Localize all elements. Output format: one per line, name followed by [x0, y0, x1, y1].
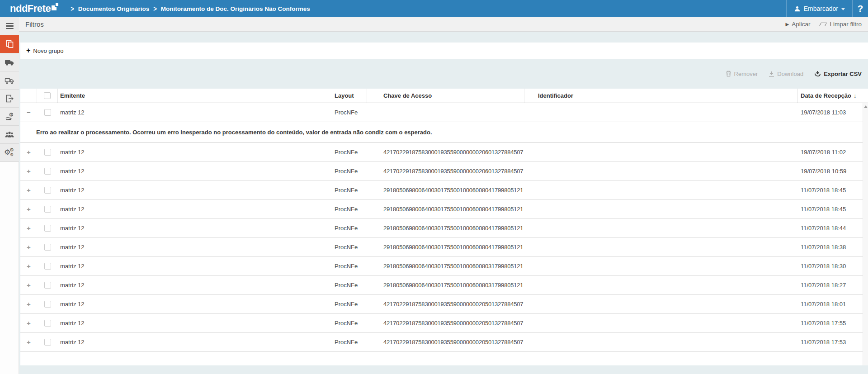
- table-row[interactable]: + matriz 12 ProcNFe 29180506980064003017…: [20, 219, 868, 238]
- cell-data-recepcao: 11/07/2018 18:44: [798, 219, 863, 237]
- row-expander-icon[interactable]: +: [25, 281, 33, 289]
- row-checkbox[interactable]: [44, 109, 51, 116]
- cell-chave-de-acesso: 2918050698006400301755001000600804179980…: [367, 181, 524, 199]
- table-row[interactable]: + matriz 12 ProcNFe 29180506980064003017…: [20, 276, 868, 295]
- sidebar-item-settings[interactable]: ⚙⚙⚙: [0, 144, 19, 162]
- table-row[interactable]: + matriz 12 ProcNFe 42170229187583000193…: [20, 143, 868, 162]
- row-checkbox[interactable]: [44, 206, 51, 213]
- table-row[interactable]: + matriz 12 ProcNFe 29180506980064003017…: [20, 200, 868, 219]
- sidebar-item-documents[interactable]: [0, 35, 19, 53]
- row-expander-icon[interactable]: +: [25, 148, 33, 156]
- clear-filter-button[interactable]: Limpar filtro: [820, 21, 862, 28]
- row-checkbox[interactable]: [44, 225, 51, 232]
- row-expander-icon[interactable]: +: [25, 300, 33, 308]
- sidebar-item-document-export[interactable]: [0, 90, 19, 108]
- row-checkbox[interactable]: [44, 187, 51, 194]
- export-csv-icon: [814, 71, 821, 77]
- table-row[interactable]: + matriz 12 ProcNFe 42170229187583000193…: [20, 314, 868, 333]
- cell-data-recepcao: 11/07/2018 18:01: [798, 295, 863, 313]
- cell-data-recepcao: 11/07/2018 18:45: [798, 181, 863, 199]
- cell-emitente: matriz 12: [58, 103, 332, 122]
- table-row[interactable]: + matriz 12 ProcNFe 29180506980064003017…: [20, 238, 868, 257]
- app-logo[interactable]: nddFrete: [10, 3, 59, 14]
- question-mark-icon: ?: [858, 3, 863, 14]
- cell-identificador: [524, 143, 798, 161]
- help-button[interactable]: ?: [853, 0, 868, 17]
- table-row[interactable]: + matriz 12 ProcNFe 42170229187583000193…: [20, 295, 868, 314]
- cell-emitente: matriz 12: [58, 295, 332, 313]
- sidebar-item-delivery-truck[interactable]: [0, 71, 19, 90]
- cell-identificador: [524, 295, 798, 313]
- cell-data-recepcao: 11/07/2018 18:38: [798, 238, 863, 256]
- row-expander-icon[interactable]: +: [25, 186, 33, 194]
- apply-filter-button[interactable]: ▶ Aplicar: [786, 21, 811, 28]
- scroll-up-icon[interactable]: [864, 105, 868, 108]
- table-body: − matriz 12 ProcNFe 19/07/2018 11:03 Err…: [20, 103, 868, 365]
- cell-data-recepcao: 11/07/2018 17:53: [798, 333, 863, 351]
- sidebar-item-users[interactable]: [0, 126, 19, 144]
- row-checkbox[interactable]: [44, 339, 51, 346]
- table-row[interactable]: − matriz 12 ProcNFe 19/07/2018 11:03: [20, 103, 868, 122]
- sidebar-item-payment[interactable]: $: [0, 108, 19, 126]
- table-row[interactable]: + matriz 12 ProcNFe 29180506980064003017…: [20, 181, 868, 200]
- row-expander-icon[interactable]: −: [25, 109, 33, 116]
- table-scrollbar[interactable]: [863, 103, 868, 365]
- cell-identificador: [524, 276, 798, 294]
- person-icon: [794, 5, 801, 12]
- row-expander-icon[interactable]: +: [25, 319, 33, 327]
- select-all-checkbox[interactable]: [44, 92, 51, 99]
- cell-layout: ProcNFe: [332, 103, 367, 122]
- gears-icon: ⚙⚙⚙: [5, 148, 14, 158]
- cell-identificador: [524, 238, 798, 256]
- cell-emitente: matriz 12: [58, 333, 332, 351]
- row-expander-icon[interactable]: +: [25, 205, 33, 213]
- row-checkbox[interactable]: [44, 244, 51, 251]
- table-row[interactable]: + matriz 12 ProcNFe 42170229187583000193…: [20, 162, 868, 181]
- user-menu-button[interactable]: Embarcador: [787, 0, 852, 17]
- header-identificador[interactable]: Identificador: [524, 89, 798, 103]
- row-checkbox[interactable]: [44, 168, 51, 175]
- table-row[interactable]: + matriz 12 ProcNFe 42170229187583000193…: [20, 333, 868, 352]
- remove-button[interactable]: Remover: [726, 71, 758, 77]
- cell-identificador: [524, 181, 798, 199]
- row-expander-icon[interactable]: +: [25, 243, 33, 251]
- row-expander-icon[interactable]: +: [25, 338, 33, 346]
- row-checkbox[interactable]: [44, 149, 51, 156]
- cell-layout: ProcNFe: [332, 276, 367, 294]
- cell-chave-de-acesso: [367, 103, 524, 122]
- download-icon: [769, 71, 774, 77]
- cell-data-recepcao: 19/07/2018 11:02: [798, 143, 863, 161]
- export-csv-button[interactable]: Exportar CSV: [814, 71, 862, 77]
- sidebar-menu-toggle[interactable]: [0, 17, 19, 35]
- header-data-recepcao[interactable]: Data de Recepção ↓: [798, 89, 863, 103]
- table-row[interactable]: + matriz 12 ProcNFe 29180506980064003017…: [20, 257, 868, 276]
- main-content: Filtros ▶ Aplicar Limpar filtro + Novo g…: [19, 17, 868, 374]
- cell-chave-de-acesso: 2918050698006400301755001000600804179980…: [367, 219, 524, 237]
- download-label: Download: [777, 71, 803, 77]
- breadcrumb-item-documentos[interactable]: Documentos Originários: [78, 5, 150, 12]
- cell-layout: ProcNFe: [332, 295, 367, 313]
- row-expander-icon[interactable]: +: [25, 167, 33, 175]
- cell-chave-de-acesso: 4217022918758300019355900000002060132788…: [367, 143, 524, 161]
- header-chave-de-acesso[interactable]: Chave de Acesso: [367, 89, 524, 103]
- new-group-button[interactable]: + Novo grupo: [26, 47, 64, 54]
- row-checkbox[interactable]: [44, 320, 51, 327]
- header-layout[interactable]: Layout: [332, 89, 367, 103]
- sidebar-item-truck[interactable]: [0, 53, 19, 71]
- eraser-icon: [819, 23, 827, 26]
- row-checkbox[interactable]: [44, 301, 51, 308]
- row-expander-icon[interactable]: +: [25, 262, 33, 270]
- download-button[interactable]: Download: [769, 71, 803, 77]
- cell-layout: ProcNFe: [332, 238, 367, 256]
- cell-identificador: [524, 257, 798, 275]
- cell-layout: ProcNFe: [332, 143, 367, 161]
- cell-chave-de-acesso: 2918050698006400301755001000600804179980…: [367, 238, 524, 256]
- breadcrumb-item-monitoramento[interactable]: Monitoramento de Doc. Originários Não Co…: [161, 5, 310, 12]
- top-bar: nddFrete > Documentos Originários > Moni…: [0, 0, 868, 17]
- header-emitente[interactable]: Emitente: [58, 89, 332, 103]
- cell-emitente: matriz 12: [58, 257, 332, 275]
- row-checkbox[interactable]: [44, 282, 51, 289]
- row-checkbox[interactable]: [44, 263, 51, 270]
- row-expander-icon[interactable]: +: [25, 224, 33, 232]
- cell-chave-de-acesso: 2918050698006400301755001000600804179980…: [367, 200, 524, 218]
